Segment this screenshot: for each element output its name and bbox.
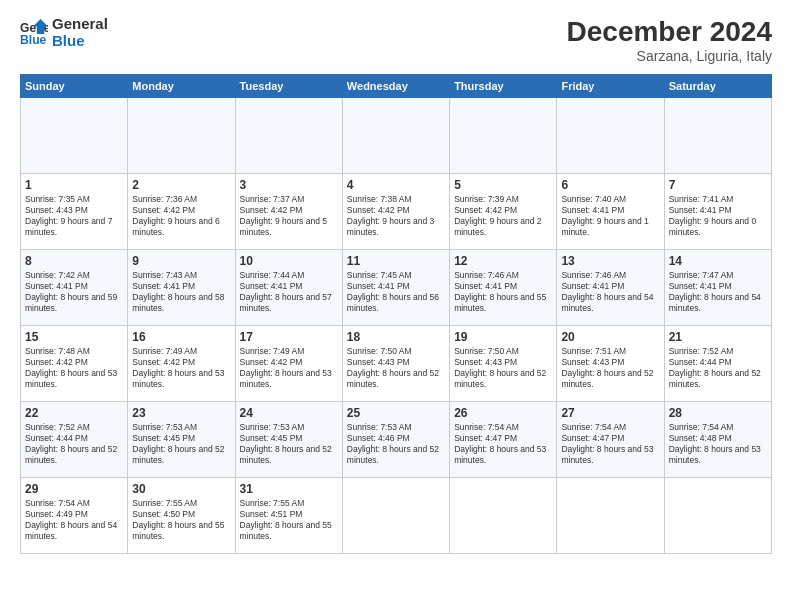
cell-2-2: 10Sunrise: 7:44 AMSunset: 4:41 PMDayligh… — [235, 250, 342, 326]
cell-data-line: Daylight: 8 hours and 53 minutes. — [240, 368, 338, 390]
day-number: 10 — [240, 254, 338, 268]
cell-data-line: Sunrise: 7:46 AM — [454, 270, 552, 281]
cell-data-line: Sunset: 4:45 PM — [132, 433, 230, 444]
col-header-wednesday: Wednesday — [342, 75, 449, 98]
cell-0-0 — [21, 98, 128, 174]
cell-data-line: Sunset: 4:41 PM — [669, 281, 767, 292]
cell-2-1: 9Sunrise: 7:43 AMSunset: 4:41 PMDaylight… — [128, 250, 235, 326]
cell-data-line: Sunrise: 7:53 AM — [240, 422, 338, 433]
subtitle: Sarzana, Liguria, Italy — [567, 48, 772, 64]
cell-data-line: Sunset: 4:43 PM — [25, 205, 123, 216]
main-title: December 2024 — [567, 16, 772, 48]
cell-data-line: Sunset: 4:45 PM — [240, 433, 338, 444]
cell-data-line: Sunset: 4:41 PM — [561, 281, 659, 292]
cell-data-line: Sunrise: 7:46 AM — [561, 270, 659, 281]
cell-data-line: Sunset: 4:48 PM — [669, 433, 767, 444]
cell-0-4 — [450, 98, 557, 174]
cell-data-line: Daylight: 8 hours and 56 minutes. — [347, 292, 445, 314]
cell-4-1: 23Sunrise: 7:53 AMSunset: 4:45 PMDayligh… — [128, 402, 235, 478]
cell-0-6 — [664, 98, 771, 174]
day-number: 12 — [454, 254, 552, 268]
cell-data-line: Sunrise: 7:50 AM — [454, 346, 552, 357]
cell-5-1: 30Sunrise: 7:55 AMSunset: 4:50 PMDayligh… — [128, 478, 235, 554]
cell-data-line: Sunset: 4:41 PM — [25, 281, 123, 292]
cell-data-line: Daylight: 8 hours and 52 minutes. — [347, 444, 445, 466]
cell-data-line: Daylight: 8 hours and 53 minutes. — [132, 368, 230, 390]
day-number: 11 — [347, 254, 445, 268]
cell-data-line: Sunrise: 7:36 AM — [132, 194, 230, 205]
cell-data-line: Daylight: 8 hours and 59 minutes. — [25, 292, 123, 314]
cell-data-line: Daylight: 8 hours and 54 minutes. — [669, 292, 767, 314]
title-block: December 2024 Sarzana, Liguria, Italy — [567, 16, 772, 64]
cell-data-line: Daylight: 8 hours and 53 minutes. — [561, 444, 659, 466]
day-number: 21 — [669, 330, 767, 344]
day-number: 7 — [669, 178, 767, 192]
cell-data-line: Sunrise: 7:52 AM — [669, 346, 767, 357]
day-number: 19 — [454, 330, 552, 344]
cell-data-line: Daylight: 9 hours and 2 minutes. — [454, 216, 552, 238]
cell-data-line: Sunset: 4:47 PM — [454, 433, 552, 444]
day-number: 4 — [347, 178, 445, 192]
cell-data-line: Daylight: 8 hours and 52 minutes. — [454, 368, 552, 390]
logo: General Blue General Blue — [20, 16, 108, 49]
cell-data-line: Sunset: 4:41 PM — [454, 281, 552, 292]
day-number: 8 — [25, 254, 123, 268]
cell-2-4: 12Sunrise: 7:46 AMSunset: 4:41 PMDayligh… — [450, 250, 557, 326]
cell-data-line: Sunrise: 7:41 AM — [669, 194, 767, 205]
cell-5-3 — [342, 478, 449, 554]
logo-icon: General Blue — [20, 19, 48, 47]
day-number: 25 — [347, 406, 445, 420]
day-number: 17 — [240, 330, 338, 344]
cell-data-line: Sunset: 4:42 PM — [25, 357, 123, 368]
cell-data-line: Daylight: 8 hours and 52 minutes. — [669, 368, 767, 390]
cell-4-6: 28Sunrise: 7:54 AMSunset: 4:48 PMDayligh… — [664, 402, 771, 478]
cell-data-line: Sunset: 4:44 PM — [25, 433, 123, 444]
cell-data-line: Sunrise: 7:40 AM — [561, 194, 659, 205]
cell-2-6: 14Sunrise: 7:47 AMSunset: 4:41 PMDayligh… — [664, 250, 771, 326]
day-number: 30 — [132, 482, 230, 496]
cell-data-line: Sunset: 4:50 PM — [132, 509, 230, 520]
cell-data-line: Daylight: 8 hours and 54 minutes. — [561, 292, 659, 314]
cell-data-line: Sunrise: 7:42 AM — [25, 270, 123, 281]
logo-text-general: General — [52, 16, 108, 33]
cell-data-line: Sunset: 4:44 PM — [669, 357, 767, 368]
cell-data-line: Sunrise: 7:53 AM — [132, 422, 230, 433]
cell-data-line: Daylight: 9 hours and 7 minutes. — [25, 216, 123, 238]
col-header-thursday: Thursday — [450, 75, 557, 98]
cell-data-line: Daylight: 8 hours and 55 minutes. — [454, 292, 552, 314]
cell-3-5: 20Sunrise: 7:51 AMSunset: 4:43 PMDayligh… — [557, 326, 664, 402]
cell-data-line: Daylight: 8 hours and 55 minutes. — [240, 520, 338, 542]
page: General Blue General Blue December 2024 … — [0, 0, 792, 612]
cell-data-line: Daylight: 8 hours and 53 minutes. — [669, 444, 767, 466]
cell-4-2: 24Sunrise: 7:53 AMSunset: 4:45 PMDayligh… — [235, 402, 342, 478]
cell-3-6: 21Sunrise: 7:52 AMSunset: 4:44 PMDayligh… — [664, 326, 771, 402]
cell-3-3: 18Sunrise: 7:50 AMSunset: 4:43 PMDayligh… — [342, 326, 449, 402]
cell-0-2 — [235, 98, 342, 174]
cell-data-line: Daylight: 8 hours and 53 minutes. — [25, 368, 123, 390]
cell-5-4 — [450, 478, 557, 554]
cell-0-1 — [128, 98, 235, 174]
cell-5-2: 31Sunrise: 7:55 AMSunset: 4:51 PMDayligh… — [235, 478, 342, 554]
col-header-monday: Monday — [128, 75, 235, 98]
svg-text:Blue: Blue — [20, 33, 47, 47]
cell-data-line: Sunset: 4:43 PM — [454, 357, 552, 368]
cell-4-3: 25Sunrise: 7:53 AMSunset: 4:46 PMDayligh… — [342, 402, 449, 478]
col-header-saturday: Saturday — [664, 75, 771, 98]
cell-5-5 — [557, 478, 664, 554]
week-row-0 — [21, 98, 772, 174]
cell-data-line: Daylight: 8 hours and 52 minutes. — [347, 368, 445, 390]
cell-5-0: 29Sunrise: 7:54 AMSunset: 4:49 PMDayligh… — [21, 478, 128, 554]
cell-data-line: Sunrise: 7:44 AM — [240, 270, 338, 281]
cell-data-line: Sunset: 4:41 PM — [561, 205, 659, 216]
week-row-1: 1Sunrise: 7:35 AMSunset: 4:43 PMDaylight… — [21, 174, 772, 250]
cell-data-line: Sunset: 4:42 PM — [132, 205, 230, 216]
cell-0-3 — [342, 98, 449, 174]
cell-3-4: 19Sunrise: 7:50 AMSunset: 4:43 PMDayligh… — [450, 326, 557, 402]
day-number: 24 — [240, 406, 338, 420]
header: General Blue General Blue December 2024 … — [20, 16, 772, 64]
cell-4-0: 22Sunrise: 7:52 AMSunset: 4:44 PMDayligh… — [21, 402, 128, 478]
day-number: 22 — [25, 406, 123, 420]
day-number: 6 — [561, 178, 659, 192]
cell-2-3: 11Sunrise: 7:45 AMSunset: 4:41 PMDayligh… — [342, 250, 449, 326]
cell-data-line: Daylight: 9 hours and 5 minutes. — [240, 216, 338, 238]
